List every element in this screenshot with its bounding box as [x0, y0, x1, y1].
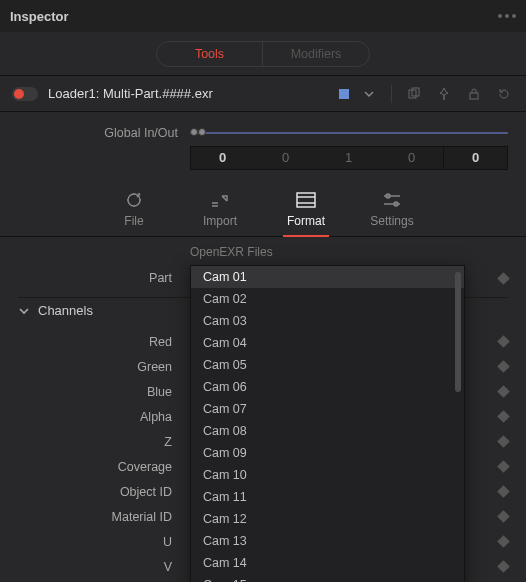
channel-label: Blue — [18, 385, 172, 399]
range-value-1: 0 — [254, 146, 317, 170]
channels-header[interactable]: Channels — [18, 303, 93, 318]
svg-rect-2 — [470, 93, 478, 99]
import-icon — [208, 190, 232, 210]
channel-label: Material ID — [18, 510, 172, 524]
node-color-swatch[interactable] — [339, 89, 349, 99]
section-label: OpenEXR Files — [190, 245, 273, 259]
part-option[interactable]: Cam 04 — [191, 332, 464, 354]
tab-settings[interactable]: Settings — [365, 190, 419, 228]
keyframe-diamond[interactable] — [497, 535, 510, 548]
keyframe-diamond[interactable] — [497, 272, 510, 285]
range-value-start[interactable]: 0 — [190, 146, 254, 170]
inspector-tabs: Tools Modifiers — [0, 32, 526, 76]
part-option[interactable]: Cam 14 — [191, 552, 464, 574]
part-option[interactable]: Cam 11 — [191, 486, 464, 508]
part-option[interactable]: Cam 15 — [191, 574, 464, 582]
channel-label: Coverage — [18, 460, 172, 474]
channel-label: Green — [18, 360, 172, 374]
settings-icon — [380, 190, 404, 210]
channel-label: Red — [18, 335, 172, 349]
file-icon — [122, 190, 146, 210]
part-option[interactable]: Cam 10 — [191, 464, 464, 486]
tab-pill: Tools Modifiers — [156, 41, 370, 67]
tab-file[interactable]: File — [107, 190, 161, 228]
part-option[interactable]: Cam 13 — [191, 530, 464, 552]
range-knob-out[interactable] — [198, 128, 206, 136]
keyframe-diamond[interactable] — [497, 335, 510, 348]
keyframe-diamond[interactable] — [497, 360, 510, 373]
part-dropdown[interactable]: Cam 01Cam 02Cam 03Cam 04Cam 05Cam 06Cam … — [190, 265, 465, 582]
range-slider[interactable] — [190, 131, 508, 135]
panel-header: Inspector — [0, 0, 526, 32]
tab-format-label: Format — [287, 214, 325, 228]
reset-icon[interactable] — [494, 84, 514, 104]
part-option[interactable]: Cam 07 — [191, 398, 464, 420]
keyframe-diamond[interactable] — [497, 435, 510, 448]
range-knob-in[interactable] — [190, 128, 198, 136]
tab-format[interactable]: Format — [279, 190, 333, 228]
section-tabs: File Import Format Settings — [0, 176, 526, 237]
keyframe-diamond[interactable] — [497, 485, 510, 498]
global-in-out-label: Global In/Out — [18, 126, 178, 140]
tab-import-label: Import — [203, 214, 237, 228]
tab-modifiers[interactable]: Modifiers — [263, 42, 369, 66]
range-value-2: 1 — [317, 146, 380, 170]
part-option[interactable]: Cam 09 — [191, 442, 464, 464]
svg-rect-4 — [297, 193, 315, 207]
tab-settings-label: Settings — [370, 214, 413, 228]
part-label: Part — [18, 271, 172, 285]
format-panel: OpenEXR Files Part Channels RedGreenBlue… — [0, 237, 526, 582]
channel-label: Alpha — [18, 410, 172, 424]
channel-label: Z — [18, 435, 172, 449]
keyframe-diamond[interactable] — [497, 410, 510, 423]
channels-title: Channels — [38, 303, 93, 318]
keyframe-diamond[interactable] — [497, 460, 510, 473]
chevron-down-icon — [18, 305, 30, 317]
enable-toggle[interactable] — [12, 87, 38, 101]
channel-label: V — [18, 560, 172, 574]
channel-label: U — [18, 535, 172, 549]
global-in-out: Global In/Out 0 0 1 0 0 — [0, 112, 526, 176]
part-option[interactable]: Cam 05 — [191, 354, 464, 376]
separator — [391, 85, 392, 103]
tab-import[interactable]: Import — [193, 190, 247, 228]
node-bar: Loader1: Multi-Part.####.exr — [0, 76, 526, 112]
chevron-down-icon[interactable] — [359, 84, 379, 104]
panel-title: Inspector — [10, 9, 69, 24]
range-value-3: 0 — [380, 146, 443, 170]
part-option[interactable]: Cam 03 — [191, 310, 464, 332]
part-option[interactable]: Cam 02 — [191, 288, 464, 310]
format-icon — [294, 190, 318, 210]
keyframe-diamond[interactable] — [497, 385, 510, 398]
tab-tools[interactable]: Tools — [157, 42, 263, 66]
pin-icon[interactable] — [434, 84, 454, 104]
tab-file-label: File — [124, 214, 143, 228]
channel-label: Object ID — [18, 485, 172, 499]
part-option[interactable]: Cam 12 — [191, 508, 464, 530]
part-option[interactable]: Cam 01 — [191, 266, 464, 288]
node-name[interactable]: Loader1: Multi-Part.####.exr — [48, 86, 329, 101]
dropdown-scrollbar[interactable] — [455, 272, 461, 392]
range-value-end[interactable]: 0 — [443, 146, 508, 170]
keyframe-diamond[interactable] — [497, 510, 510, 523]
part-option[interactable]: Cam 06 — [191, 376, 464, 398]
lock-icon[interactable] — [464, 84, 484, 104]
keyframe-diamond[interactable] — [497, 560, 510, 573]
panel-menu-icon[interactable] — [498, 14, 516, 18]
versions-icon[interactable] — [404, 84, 424, 104]
part-option[interactable]: Cam 08 — [191, 420, 464, 442]
